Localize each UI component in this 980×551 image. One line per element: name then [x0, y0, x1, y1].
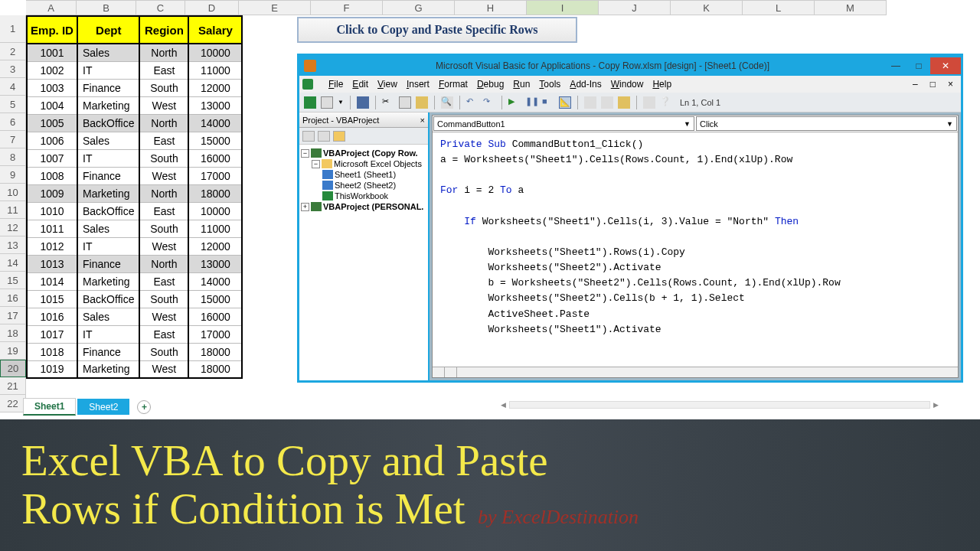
- view-object-icon[interactable]: [318, 131, 330, 142]
- table-row[interactable]: 1011SalesSouth11000: [27, 220, 242, 237]
- menu-debug[interactable]: Debug: [472, 77, 508, 91]
- help-icon[interactable]: ❔: [660, 96, 672, 109]
- row-header[interactable]: 12: [0, 219, 26, 236]
- column-header[interactable]: H: [455, 1, 527, 15]
- project-tree[interactable]: −VBAProject (Copy Row. −Microsoft Excel …: [299, 145, 428, 380]
- row-header[interactable]: 19: [0, 342, 26, 360]
- project-explorer-icon[interactable]: [584, 96, 596, 109]
- table-row[interactable]: 1015BackOfficeSouth15000: [27, 290, 242, 308]
- table-row[interactable]: 1017ITEast17000: [27, 325, 242, 343]
- code-area[interactable]: Private Sub CommandButton1_Click() a = W…: [433, 132, 958, 367]
- column-header[interactable]: J: [599, 1, 671, 15]
- table-row[interactable]: 1013FinanceNorth13000: [27, 255, 242, 272]
- scroll-left-icon[interactable]: ◀: [498, 401, 509, 409]
- maximize-button[interactable]: □: [907, 57, 930, 74]
- toggle-folders-icon[interactable]: [333, 131, 345, 142]
- sheet-tab-sheet2[interactable]: Sheet2: [77, 399, 129, 415]
- close-button[interactable]: ✕: [930, 57, 961, 74]
- row-header[interactable]: 2: [0, 43, 26, 60]
- vba-title-bar[interactable]: Microsoft Visual Basic for Applications …: [299, 56, 961, 76]
- row-header[interactable]: 3: [0, 60, 26, 78]
- pause-icon[interactable]: ❚❚: [525, 96, 537, 109]
- menu-window[interactable]: Window: [606, 77, 648, 91]
- menu-format[interactable]: Format: [434, 77, 472, 91]
- menu-file[interactable]: File: [324, 77, 348, 91]
- find-icon[interactable]: 🔍: [441, 96, 453, 109]
- doc-restore-icon[interactable]: □: [926, 77, 940, 91]
- table-row[interactable]: 1010BackOfficeEast10000: [27, 202, 242, 220]
- horizontal-scrollbar[interactable]: ◀ ▶: [498, 399, 942, 410]
- column-header[interactable]: I: [527, 1, 599, 15]
- table-row[interactable]: 1006SalesEast15000: [27, 132, 242, 149]
- cut-icon[interactable]: ✂: [382, 96, 394, 109]
- add-sheet-button[interactable]: +: [137, 400, 151, 414]
- object-dropdown[interactable]: CommandButton1▼: [433, 116, 694, 131]
- code-editor[interactable]: CommandButton1▼ Click▼ Private Sub Comma…: [432, 115, 959, 378]
- row-header[interactable]: 5: [0, 96, 26, 113]
- row-header[interactable]: 20: [0, 360, 26, 377]
- insert-icon[interactable]: [321, 96, 333, 109]
- column-header[interactable]: A: [26, 1, 77, 15]
- column-header[interactable]: D: [185, 1, 239, 15]
- menu-add-ins[interactable]: Add-Ins: [565, 77, 606, 91]
- object-browser-icon[interactable]: [618, 96, 630, 109]
- table-row[interactable]: 1008FinanceWest17000: [27, 167, 242, 184]
- project-close-icon[interactable]: ×: [420, 116, 425, 125]
- column-header[interactable]: B: [77, 1, 136, 15]
- save-icon[interactable]: [357, 96, 369, 109]
- view-excel-icon[interactable]: [304, 96, 316, 109]
- excel-icon[interactable]: [302, 79, 313, 90]
- menu-help[interactable]: Help: [648, 77, 676, 91]
- column-header[interactable]: K: [671, 1, 743, 15]
- table-row[interactable]: 1018FinanceSouth18000: [27, 343, 242, 360]
- row-header[interactable]: 6: [0, 113, 26, 131]
- table-row[interactable]: 1016SalesWest16000: [27, 308, 242, 325]
- copy-rows-button[interactable]: Click to Copy and Paste Specific Rows: [297, 17, 577, 43]
- column-header[interactable]: M: [815, 1, 887, 15]
- doc-close-icon[interactable]: ×: [943, 77, 958, 91]
- column-header[interactable]: G: [383, 1, 455, 15]
- table-row[interactable]: 1007ITSouth16000: [27, 149, 242, 167]
- minimize-button[interactable]: —: [884, 57, 907, 74]
- row-header[interactable]: 17: [0, 307, 26, 324]
- properties-icon[interactable]: [601, 96, 613, 109]
- table-row[interactable]: 1012ITWest12000: [27, 237, 242, 255]
- scroll-right-icon[interactable]: ▶: [930, 401, 942, 409]
- doc-minimize-icon[interactable]: –: [908, 77, 923, 91]
- column-header[interactable]: F: [311, 1, 383, 15]
- paste-icon[interactable]: [416, 96, 428, 109]
- design-mode-icon[interactable]: 📐: [559, 96, 571, 109]
- column-header[interactable]: E: [239, 1, 311, 15]
- expand-icon[interactable]: +: [301, 203, 309, 211]
- collapse-icon[interactable]: −: [301, 149, 309, 158]
- menu-tools[interactable]: Tools: [534, 77, 565, 91]
- row-header[interactable]: 9: [0, 166, 26, 184]
- row-header[interactable]: 11: [0, 201, 26, 219]
- table-row[interactable]: 1001SalesNorth10000: [27, 44, 242, 61]
- table-row[interactable]: 1019MarketingWest18000: [27, 360, 242, 378]
- row-header[interactable]: 10: [0, 184, 26, 201]
- procedure-view-icon[interactable]: [433, 367, 445, 377]
- procedure-dropdown[interactable]: Click▼: [696, 116, 957, 131]
- row-header[interactable]: 14: [0, 254, 26, 272]
- collapse-icon[interactable]: −: [312, 160, 320, 168]
- row-header[interactable]: 22: [0, 395, 26, 412]
- row-header[interactable]: 15: [0, 272, 26, 289]
- view-code-icon[interactable]: [302, 131, 315, 142]
- row-header[interactable]: 21: [0, 377, 26, 395]
- redo-icon[interactable]: ↷: [483, 96, 495, 109]
- copy-icon[interactable]: [399, 96, 411, 109]
- sheet-tab-sheet1[interactable]: Sheet1: [23, 398, 76, 416]
- row-header[interactable]: 13: [0, 236, 26, 254]
- menu-insert[interactable]: Insert: [402, 77, 434, 91]
- table-row[interactable]: 1004MarketingWest13000: [27, 96, 242, 114]
- run-icon[interactable]: ▶: [508, 96, 521, 109]
- table-row[interactable]: 1003FinanceSouth12000: [27, 79, 242, 96]
- menu-edit[interactable]: Edit: [348, 77, 373, 91]
- row-header[interactable]: 18: [0, 324, 26, 342]
- table-row[interactable]: 1009MarketingNorth18000: [27, 184, 242, 202]
- column-header[interactable]: C: [136, 1, 185, 15]
- full-module-view-icon[interactable]: [445, 367, 457, 377]
- toolbox-icon[interactable]: [643, 96, 655, 109]
- stop-icon[interactable]: ■: [542, 96, 554, 109]
